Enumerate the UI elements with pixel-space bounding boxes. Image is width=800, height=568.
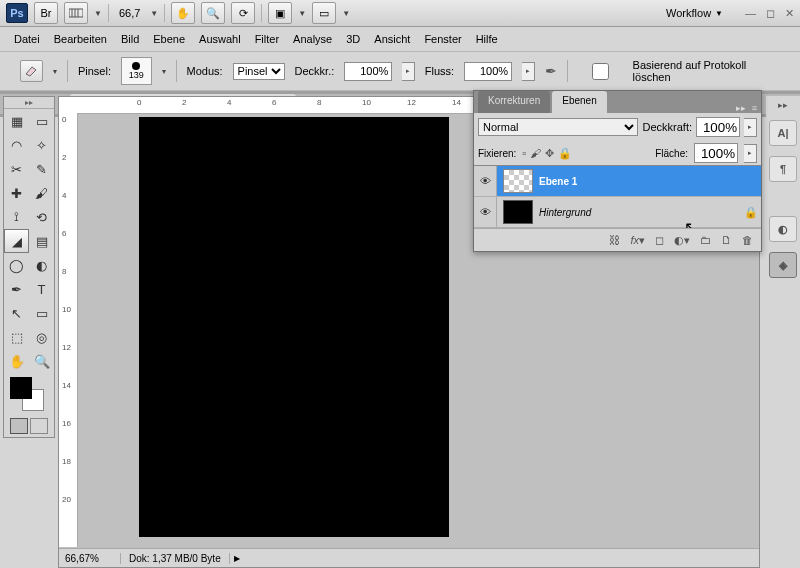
color-swatches[interactable] xyxy=(4,373,54,415)
eyedropper-tool[interactable]: ✎ xyxy=(29,157,54,181)
menu-ansicht[interactable]: Ansicht xyxy=(374,33,410,45)
menu-datei[interactable]: Datei xyxy=(14,33,40,45)
fill-flyout[interactable]: ▸ xyxy=(744,144,757,163)
layers-panel-icon[interactable]: ◈ xyxy=(769,252,797,278)
stamp-tool[interactable]: ⟟ xyxy=(4,205,29,229)
layer-name[interactable]: Hintergrund xyxy=(539,207,741,218)
layer-name[interactable]: Ebene 1 xyxy=(539,176,761,187)
layer-thumbnail[interactable] xyxy=(503,169,533,193)
maximize-button[interactable]: ◻ xyxy=(766,7,775,20)
layer-opacity-flyout[interactable]: ▸ xyxy=(744,118,757,137)
crop-tool[interactable]: ✂ xyxy=(4,157,29,181)
layer-mask-icon[interactable]: ◻ xyxy=(655,234,664,247)
adjustment-layer-icon[interactable]: ◐▾ xyxy=(674,234,690,247)
new-layer-icon[interactable]: 🗋 xyxy=(721,234,732,246)
document-canvas[interactable] xyxy=(139,117,449,537)
status-zoom[interactable]: 66,67% xyxy=(59,553,121,564)
arrange-button[interactable]: ▣ xyxy=(268,2,292,24)
layer-opacity-label: Deckkraft: xyxy=(642,121,692,133)
marquee-tool[interactable]: ▭ xyxy=(29,109,54,133)
3d-tool[interactable]: ⬚ xyxy=(4,325,29,349)
layer-fx-icon[interactable]: fx▾ xyxy=(630,234,645,247)
toolbox-handle[interactable]: ▸▸ xyxy=(4,97,54,109)
menu-analyse[interactable]: Analyse xyxy=(293,33,332,45)
airbrush-icon[interactable]: ✒ xyxy=(545,63,557,79)
rotate-view-button[interactable]: ⟳ xyxy=(231,2,255,24)
dodge-tool[interactable]: ◐ xyxy=(29,253,54,277)
close-button[interactable]: ✕ xyxy=(785,7,794,20)
paragraph-panel-icon[interactable]: ¶ xyxy=(769,156,797,182)
tab-ebenen[interactable]: Ebenen xyxy=(552,91,606,113)
wand-tool[interactable]: ✧ xyxy=(29,133,54,157)
quickmask-mode[interactable] xyxy=(30,418,48,434)
menu-bearbeiten[interactable]: Bearbeiten xyxy=(54,33,107,45)
visibility-toggle[interactable]: 👁 xyxy=(474,197,497,227)
panel-collapse-icon[interactable]: ▸▸ xyxy=(736,103,746,113)
blur-tool[interactable]: ◯ xyxy=(4,253,29,277)
menu-bild[interactable]: Bild xyxy=(121,33,139,45)
pen-tool[interactable]: ✒ xyxy=(4,277,29,301)
panel-menu-icon[interactable]: ≡ xyxy=(752,103,757,113)
flow-input[interactable] xyxy=(464,62,512,81)
opacity-input[interactable] xyxy=(344,62,392,81)
bridge-button[interactable]: Br xyxy=(34,2,58,24)
character-panel-icon[interactable]: A| xyxy=(769,120,797,146)
link-layers-icon[interactable]: ⛓ xyxy=(609,234,620,246)
history-brush-tool[interactable]: ⟲ xyxy=(29,205,54,229)
layers-panel: Korrekturen Ebenen ▸▸≡ Normal Deckkraft:… xyxy=(473,90,762,252)
layer-row[interactable]: 👁 Ebene 1 xyxy=(474,166,761,197)
flow-flyout[interactable]: ▸ xyxy=(522,62,534,81)
heal-tool[interactable]: ✚ xyxy=(4,181,29,205)
adjustments-panel-icon[interactable]: ◐ xyxy=(769,216,797,242)
layer-thumbnail[interactable] xyxy=(503,200,533,224)
ruler-vertical[interactable]: 02468101214161820 xyxy=(59,113,78,547)
menu-3d[interactable]: 3D xyxy=(346,33,360,45)
visibility-toggle[interactable]: 👁 xyxy=(474,166,497,196)
move-tool[interactable]: ▦ xyxy=(4,109,29,133)
eraser-tool-icon[interactable] xyxy=(20,60,43,82)
type-tool[interactable]: T xyxy=(29,277,54,301)
lock-position-icon[interactable]: ✥ xyxy=(545,147,554,160)
gradient-tool[interactable]: ▤ xyxy=(29,229,54,253)
status-flyout[interactable]: ▶ xyxy=(230,554,244,563)
mode-select[interactable]: Pinsel xyxy=(233,63,285,80)
group-icon[interactable]: 🗀 xyxy=(700,234,711,246)
menu-auswahl[interactable]: Auswahl xyxy=(199,33,241,45)
lock-pixels-icon[interactable]: 🖌 xyxy=(530,147,541,160)
path-select-tool[interactable]: ↖ xyxy=(4,301,29,325)
status-doc-size[interactable]: Dok: 1,37 MB/0 Byte xyxy=(121,553,230,564)
zoom-tool[interactable]: 🔍 xyxy=(29,349,54,373)
ruler-origin[interactable] xyxy=(59,97,78,114)
eraser-tool[interactable]: ◢ xyxy=(4,229,29,253)
layer-opacity-input[interactable] xyxy=(696,117,740,137)
zoom-tool-button[interactable]: 🔍 xyxy=(201,2,225,24)
erase-history-checkbox[interactable] xyxy=(581,63,619,80)
shape-tool[interactable]: ▭ xyxy=(29,301,54,325)
lasso-tool[interactable]: ◠ xyxy=(4,133,29,157)
lock-all-icon[interactable]: 🔒 xyxy=(558,147,572,160)
standard-mode[interactable] xyxy=(10,418,28,434)
fg-color-swatch[interactable] xyxy=(10,377,32,399)
brush-preset-picker[interactable]: 139 xyxy=(121,57,152,85)
menu-fenster[interactable]: Fenster xyxy=(424,33,461,45)
hand-tool[interactable]: ✋ xyxy=(4,349,29,373)
film-button[interactable] xyxy=(64,2,88,24)
workspace-switcher[interactable]: Workflow ▼ xyxy=(656,3,733,23)
brush-tool[interactable]: 🖌 xyxy=(29,181,54,205)
lock-transparency-icon[interactable]: ▫ xyxy=(522,147,526,160)
hand-tool-button[interactable]: ✋ xyxy=(171,2,195,24)
tab-korrekturen[interactable]: Korrekturen xyxy=(478,91,550,113)
options-bar: ▾ Pinsel: 139 ▾ Modus: Pinsel Deckkr.: ▸… xyxy=(0,52,800,91)
menu-hilfe[interactable]: Hilfe xyxy=(476,33,498,45)
minimize-button[interactable]: — xyxy=(745,7,756,20)
menu-filter[interactable]: Filter xyxy=(255,33,279,45)
screen-mode-button[interactable]: ▭ xyxy=(312,2,336,24)
fill-input[interactable] xyxy=(694,143,738,163)
rail-expand[interactable]: ▸▸ xyxy=(778,100,788,110)
menu-ebene[interactable]: Ebene xyxy=(153,33,185,45)
3d-camera-tool[interactable]: ◎ xyxy=(29,325,54,349)
opacity-flyout[interactable]: ▸ xyxy=(402,62,414,81)
delete-layer-icon[interactable]: 🗑 xyxy=(742,234,753,246)
layer-row[interactable]: 👁 Hintergrund 🔒 xyxy=(474,197,761,228)
blend-mode-select[interactable]: Normal xyxy=(478,118,638,136)
